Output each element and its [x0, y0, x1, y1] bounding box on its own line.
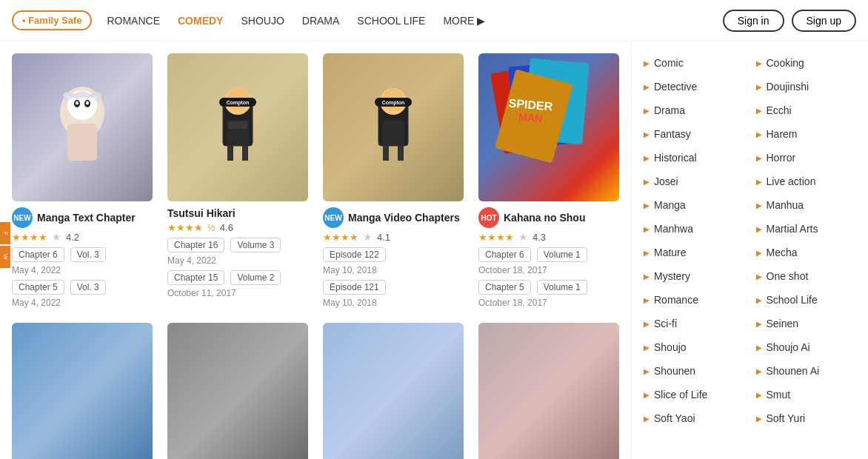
genre-shounen[interactable]: ▶Shounen — [638, 361, 750, 381]
genre-fantasy[interactable]: ▶Fantasy — [638, 124, 750, 144]
card3-tags2: Episode 121 — [323, 280, 464, 295]
genre-seinen-arrow: ▶ — [756, 320, 762, 328]
genre-detective-arrow: ▶ — [644, 83, 650, 91]
genre-manga-arrow: ▶ — [644, 201, 650, 210]
edge-bar-f[interactable]: F — [0, 222, 10, 244]
card1-badge-new: NEW — [12, 207, 33, 228]
card1-tag2-chapter[interactable]: Chapter 5 — [12, 280, 64, 295]
genre-shoujo-ai[interactable]: ▶Shoujo Ai — [750, 338, 863, 357]
card4-tag-vol[interactable]: Volume 1 — [537, 247, 587, 262]
genre-comic[interactable]: ▶Comic — [638, 53, 750, 73]
genre-josei[interactable]: ▶Josei — [638, 172, 750, 191]
card4-rating-num: 4.3 — [533, 232, 546, 243]
genre-one-shot[interactable]: ▶One shot — [750, 267, 863, 286]
card3-date1: May 10, 2018 — [323, 265, 464, 275]
genre-shoujo[interactable]: ▶Shoujo — [638, 338, 750, 357]
nav-comedy[interactable]: COMEDY — [178, 15, 223, 27]
genre-horror[interactable]: ▶Horror — [750, 148, 863, 167]
card4-tag2-chapter[interactable]: Chapter 5 — [478, 280, 531, 295]
genre-comic-arrow: ▶ — [644, 59, 650, 67]
card6-thumb — [167, 323, 308, 459]
manga-card-6[interactable] — [167, 323, 308, 459]
genre-historical[interactable]: ▶Historical — [638, 148, 750, 167]
card3-date2: May 10, 2018 — [323, 298, 464, 308]
svg-text:Compton: Compton — [382, 100, 405, 106]
genre-grid: ▶Comic ▶Cooking ▶Detective ▶Doujinshi ▶D… — [638, 53, 862, 428]
nav-shoujo[interactable]: SHOUJO — [241, 15, 284, 27]
card2-tag2-vol[interactable]: Volume 2 — [230, 270, 281, 285]
family-safe-badge[interactable]: Family Safe — [12, 10, 92, 30]
card5-thumb — [12, 323, 153, 459]
nav-drama[interactable]: DRAMA — [302, 15, 340, 27]
card1-tag2-vol[interactable]: Vol. 3 — [70, 280, 106, 295]
genre-soft-yuri[interactable]: ▶Soft Yuri — [750, 409, 863, 428]
card4-tag-chapter[interactable]: Chapter 6 — [478, 247, 531, 262]
manga-card-5[interactable] — [12, 323, 153, 459]
genre-soft-yaoi-arrow: ▶ — [644, 415, 650, 423]
genre-manga[interactable]: ▶Manga — [638, 195, 750, 215]
genre-smut[interactable]: ▶Smut — [750, 385, 863, 404]
card4-tag2-vol[interactable]: Volume 1 — [537, 280, 587, 295]
genre-sci-fi[interactable]: ▶Sci-fi — [638, 314, 750, 333]
svg-rect-13 — [228, 121, 247, 129]
genre-mystery-arrow: ▶ — [644, 272, 650, 281]
genre-martial-arts-arrow: ▶ — [756, 225, 762, 233]
genre-slice-of-life[interactable]: ▶Slice of Life — [638, 385, 750, 404]
genre-mystery[interactable]: ▶Mystery — [638, 267, 750, 286]
card1-stars: ★★★★ — [12, 232, 47, 243]
card2-tag-chapter[interactable]: Chapter 16 — [167, 238, 224, 252]
sign-in-button[interactable]: Sign in — [723, 10, 784, 32]
nav-school-life[interactable]: SCHOOL LIFE — [357, 15, 425, 27]
card1-title: NEW Manga Text Chapter — [12, 207, 153, 228]
genre-soft-yaoi[interactable]: ▶Soft Yaoi — [638, 409, 750, 428]
genre-shounen-ai[interactable]: ▶Shounen Ai — [750, 361, 863, 381]
card4-illustration: SPIDER MAN — [490, 53, 608, 201]
card4-date1: October 18, 2017 — [478, 265, 619, 275]
genre-romance[interactable]: ▶Romance — [638, 290, 750, 309]
genre-doujinshi[interactable]: ▶Doujinshi — [750, 77, 863, 96]
genre-harem[interactable]: ▶Harem — [750, 124, 863, 144]
edge-bar-w[interactable]: W — [0, 246, 10, 268]
genre-seinen[interactable]: ▶Seinen — [750, 314, 863, 333]
genre-mecha[interactable]: ▶Mecha — [750, 243, 863, 262]
manga-card-1[interactable]: NEW Manga Text Chapter ★★★★★ 4.2 Chapter… — [12, 53, 153, 308]
genre-live-action[interactable]: ▶Live action — [750, 172, 863, 191]
nav-links: ROMANCE COMEDY SHOUJO DRAMA SCHOOL LIFE … — [107, 15, 722, 27]
genre-manhwa[interactable]: ▶Manhwa — [638, 219, 750, 238]
card4-stars: ★★★★ — [478, 232, 514, 243]
svg-rect-21 — [382, 120, 404, 146]
manga-card-7[interactable] — [323, 323, 464, 459]
card1-thumb — [12, 53, 153, 201]
sign-up-button[interactable]: Sign up — [792, 10, 856, 32]
card4-star-empty: ★ — [518, 231, 528, 243]
genre-detective[interactable]: ▶Detective — [638, 77, 750, 96]
genre-shoujo-arrow: ▶ — [644, 344, 650, 352]
genre-drama-arrow: ▶ — [644, 107, 650, 115]
manga-card-4[interactable]: SPIDER MAN HOT Kahana no Shou ★★★★★ 4.3 … — [478, 53, 619, 308]
card2-stars: ★★★★ — [167, 222, 203, 233]
genre-cooking[interactable]: ▶Cooking — [750, 53, 863, 73]
svg-text:Compton: Compton — [227, 100, 250, 106]
nav-more[interactable]: MORE ▶ — [443, 15, 485, 27]
manga-card-3[interactable]: Compton NEW Manga Video Chapters ★★★★★ 4… — [323, 53, 464, 308]
card1-tag-chapter[interactable]: Chapter 6 — [12, 247, 64, 262]
manga-card-8[interactable] — [478, 323, 619, 459]
genre-sci-fi-arrow: ▶ — [644, 320, 650, 328]
card3-tag2-episode[interactable]: Episode 121 — [323, 280, 386, 295]
card2-tag2-chapter[interactable]: Chapter 15 — [167, 270, 224, 285]
genre-ecchi[interactable]: ▶Ecchi — [750, 101, 863, 120]
genre-school-life[interactable]: ▶School Life — [750, 290, 863, 309]
genre-manhua[interactable]: ▶Manhua — [750, 195, 863, 215]
manga-card-2[interactable]: Compton Tsutsui Hikari ★★★★½ 4.6 Chapter… — [167, 53, 308, 308]
genre-fantasy-arrow: ▶ — [644, 130, 650, 138]
genre-drama[interactable]: ▶Drama — [638, 101, 750, 120]
card4-rating-row: ★★★★★ 4.3 — [478, 231, 619, 243]
card3-tag-episode[interactable]: Episode 122 — [323, 247, 386, 262]
nav-romance[interactable]: ROMANCE — [107, 15, 160, 27]
genre-martial-arts[interactable]: ▶Martial Arts — [750, 219, 863, 238]
genre-soft-yuri-arrow: ▶ — [756, 415, 762, 423]
genre-horror-arrow: ▶ — [756, 154, 762, 162]
card2-tag-vol[interactable]: Volume 3 — [230, 238, 281, 252]
genre-mature[interactable]: ▶Mature — [638, 243, 750, 262]
card1-tag-vol[interactable]: Vol. 3 — [70, 247, 106, 262]
